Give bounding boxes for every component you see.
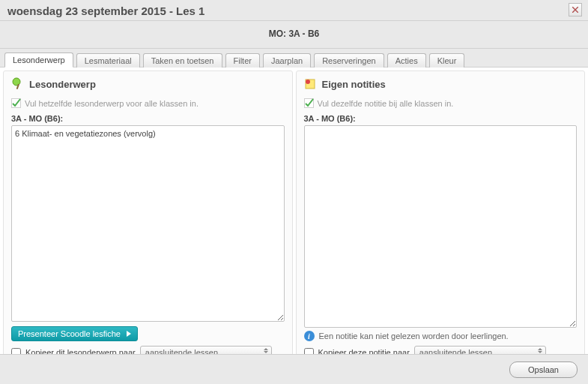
dropdown-arrows-icon (538, 348, 542, 353)
close-button[interactable] (569, 3, 582, 16)
pin-icon (11, 77, 25, 91)
tab-lesmateriaal[interactable]: Lesmateriaal (76, 53, 140, 68)
field-label-right: 3A - MO (B6): (304, 114, 578, 123)
tab-filter[interactable]: Filter (225, 53, 260, 68)
svg-point-4 (306, 80, 310, 84)
tab-jaarplan[interactable]: Jaarplan (263, 53, 311, 68)
window-title: woensdag 23 september 2015 - Les 1 (7, 4, 204, 17)
pane-heading-lesonderwerp: Lesonderwerp (11, 77, 285, 91)
checkbox-checked-icon (11, 98, 21, 108)
tab-taken-en-toetsen[interactable]: Taken en toetsen (143, 53, 222, 68)
checkbox-checked-icon (304, 98, 314, 108)
title-bar: woensdag 23 september 2015 - Les 1 (0, 0, 588, 21)
tab-reserveringen[interactable]: Reserveringen (314, 53, 384, 68)
tab-lesonderwerp[interactable]: Lesonderwerp (4, 52, 73, 68)
notitie-textarea[interactable] (304, 125, 578, 328)
close-icon (572, 7, 578, 13)
pane-lesonderwerp: Lesonderwerp Vul hetzelfde lesonderwerp … (3, 70, 293, 366)
info-icon: i (304, 331, 315, 341)
pane-eigen-notities: Eigen notities Vul dezelfde notitie bij … (296, 70, 586, 366)
tab-acties[interactable]: Acties (387, 53, 426, 68)
presenteer-scoodle-button[interactable]: Presenteer Scoodle lesfiche (11, 326, 138, 341)
notitie-info-row: i Een notitie kan niet gelezen worden do… (304, 331, 578, 341)
content-area: Lesonderwerp Vul hetzelfde lesonderwerp … (0, 68, 588, 369)
fill-all-notities[interactable]: Vul dezelfde notitie bij alle klassen in… (304, 98, 578, 108)
dropdown-arrows-icon (264, 348, 268, 353)
fill-all-lesonderwerp[interactable]: Vul hetzelfde lesonderwerp voor alle kla… (11, 98, 285, 108)
save-button[interactable]: Opslaan (509, 362, 578, 378)
subtitle: MO: 3A - B6 (0, 21, 588, 49)
tab-bar: Lesonderwerp Lesmateriaal Taken en toets… (0, 49, 588, 68)
note-icon (304, 77, 318, 91)
field-label-left: 3A - MO (B6): (11, 114, 285, 123)
tab-kleur[interactable]: Kleur (429, 53, 465, 68)
footer-bar: Opslaan (0, 354, 588, 384)
play-icon (127, 331, 131, 337)
pane-heading-notities: Eigen notities (304, 77, 578, 91)
lesonderwerp-textarea[interactable] (11, 125, 285, 322)
